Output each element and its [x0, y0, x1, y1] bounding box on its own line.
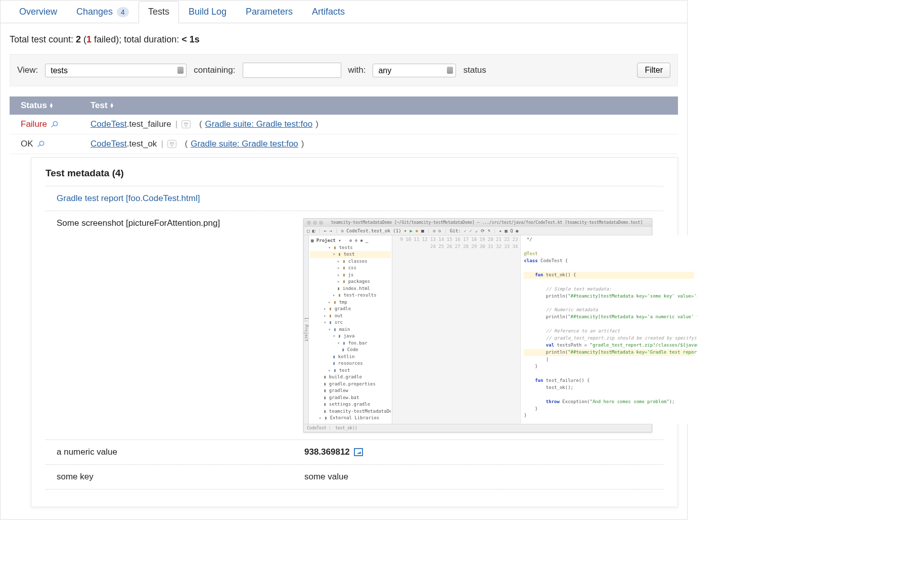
ide-tree: ▦ Project ▾ ⊕ ≑ ✱ ⎯ ▾ ▮ tests▾ ▮ test▸ ▮… — [309, 235, 392, 424]
panel-title: Test metadata (4) — [46, 168, 663, 179]
test-method: .test_ok — [127, 139, 157, 149]
meta-row-screenshot: Some screenshot [pictureForAttention.png… — [46, 211, 663, 439]
test-class-link[interactable]: CodeTest — [90, 119, 127, 129]
ide-toolbar: ▢ ◧|← →| ⎋ CodeTest.test_ok (1) ▾ ▶✱■ |⎋… — [304, 226, 652, 235]
ide-titlebar: teamcity-testMetadataDemo [~/Git/teamcit… — [304, 219, 652, 226]
changes-badge: 4 — [117, 7, 129, 17]
summary-fail-word: failed — [92, 34, 116, 44]
chart-icon[interactable] — [354, 448, 363, 456]
tabs-bar: Overview Changes 4 Tests Build Log Param… — [1, 1, 687, 23]
ide-status: CodeTest 〉 test_ok() — [304, 424, 652, 432]
col-test[interactable]: Test ▲▼ — [85, 101, 678, 111]
with-select[interactable]: any — [373, 64, 456, 77]
sort-icon: ▲▼ — [49, 103, 54, 108]
attachment-icon[interactable]: ⚲ — [34, 138, 47, 150]
summary-duration-prefix: ); total duration: — [116, 34, 181, 44]
meta-row-kv: some key some value — [46, 464, 663, 489]
some-value: some value — [304, 472, 652, 482]
tab-build-log[interactable]: Build Log — [179, 1, 236, 23]
tab-overview[interactable]: Overview — [10, 1, 67, 23]
containing-label: containing: — [194, 65, 235, 75]
summary-total: 2 — [76, 34, 81, 44]
summary-line: Total test count: 2 (1 failed); total du… — [1, 23, 687, 54]
summary-prefix: Total test count: — [10, 34, 76, 44]
summary-fail-count: 1 — [86, 34, 92, 44]
view-label: View: — [17, 65, 38, 75]
ide-title: teamcity-testMetadataDemo [~/Git/teamcit… — [325, 220, 649, 225]
tab-tests[interactable]: Tests — [139, 1, 179, 23]
metadata-panel: Test metadata (4) Gradle test report [fo… — [31, 157, 678, 507]
test-method: .test_failure — [127, 119, 171, 129]
screenshot-thumbnail[interactable]: teamcity-testMetadataDemo [~/Git/teamcit… — [303, 218, 652, 432]
ide-side-tab: 1: Project — [304, 235, 309, 424]
table-row: Failure⚲CodeTest.test_failure|▽ (Gradle … — [10, 115, 678, 134]
col-test-label: Test — [90, 101, 108, 111]
tab-changes-label: Changes — [76, 7, 113, 17]
suite-link[interactable]: Gradle suite: Gradle test:foo — [191, 139, 298, 149]
numeric-key: a numeric value — [57, 447, 294, 457]
summary-open-paren: ( — [81, 34, 86, 44]
summary-duration: < 1s — [181, 34, 200, 44]
status-label: status — [463, 65, 486, 75]
meta-row-numeric: a numeric value 938.369812 — [46, 439, 663, 464]
ide-editor: 9 10 11 12 13 14 15 16 17 18 19 20 21 22… — [392, 235, 697, 424]
dropdown-caret-icon[interactable]: ▽ — [167, 140, 176, 148]
screenshot-label: Some screenshot [pictureForAttention.png… — [57, 218, 293, 228]
with-label: with: — [348, 65, 366, 75]
view-select[interactable]: tests — [45, 64, 187, 77]
test-class-link[interactable]: CodeTest — [90, 139, 127, 149]
meta-row-report: Gradle test report [foo.CodeTest.html] — [46, 186, 663, 211]
col-status[interactable]: Status ▲▼ — [10, 101, 85, 111]
tab-parameters[interactable]: Parameters — [236, 1, 302, 23]
suite-link[interactable]: Gradle suite: Gradle test:foo — [205, 119, 313, 129]
containing-input[interactable] — [243, 63, 341, 78]
gradle-report-link[interactable]: Gradle test report [foo.CodeTest.html] — [57, 193, 200, 203]
tab-changes[interactable]: Changes 4 — [67, 1, 139, 23]
status-text: OK — [21, 139, 33, 149]
table-header: Status ▲▼ Test ▲▼ — [10, 96, 678, 115]
some-key: some key — [57, 472, 294, 482]
tab-artifacts[interactable]: Artifacts — [302, 1, 354, 23]
numeric-value: 938.369812 — [304, 447, 350, 457]
filter-bar: View: tests containing: with: any status… — [10, 54, 678, 86]
filter-button[interactable]: Filter — [637, 63, 670, 78]
attachment-icon[interactable]: ⚲ — [48, 118, 61, 130]
status-text: Failure — [21, 119, 47, 129]
dropdown-caret-icon[interactable]: ▽ — [181, 120, 191, 128]
col-status-label: Status — [21, 101, 47, 111]
table-row: OK⚲CodeTest.test_ok|▽ (Gradle suite: Gra… — [10, 134, 678, 154]
sort-icon: ▲▼ — [110, 103, 114, 108]
